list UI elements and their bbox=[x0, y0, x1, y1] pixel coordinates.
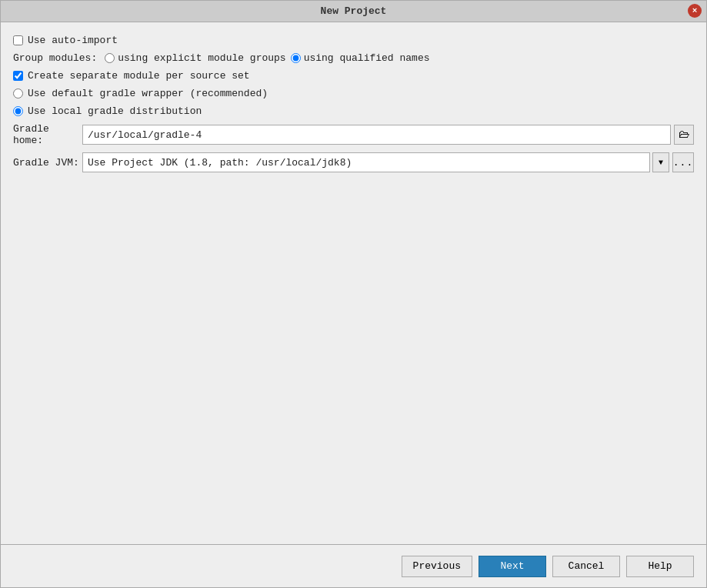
dots-icon: ... bbox=[673, 157, 693, 169]
dialog-title: New Project bbox=[321, 5, 387, 17]
cancel-button[interactable]: Cancel bbox=[552, 556, 620, 577]
local-distribution-radio[interactable] bbox=[13, 106, 23, 116]
title-bar: New Project × bbox=[1, 1, 706, 22]
gradle-home-input[interactable] bbox=[82, 125, 671, 145]
gradle-home-input-wrap: 🗁 bbox=[82, 125, 694, 145]
next-button[interactable]: Next bbox=[479, 556, 546, 577]
qualified-names-option: using qualified names bbox=[291, 52, 430, 64]
gradle-home-label: Gradle home: bbox=[13, 123, 82, 146]
separate-module-checkbox[interactable] bbox=[13, 71, 23, 81]
explicit-groups-label[interactable]: using explicit module groups bbox=[118, 52, 285, 64]
qualified-names-radio[interactable] bbox=[291, 53, 301, 63]
auto-import-row: Use auto-import bbox=[13, 35, 694, 46]
default-wrapper-row: Use default gradle wrapper (recommended) bbox=[13, 88, 694, 99]
auto-import-checkbox[interactable] bbox=[13, 35, 23, 45]
default-wrapper-label[interactable]: Use default gradle wrapper (recommended) bbox=[28, 88, 268, 99]
gradle-jvm-select[interactable]: Use Project JDK (1.8, path: /usr/local/j… bbox=[82, 152, 650, 172]
explicit-groups-option: using explicit module groups bbox=[105, 52, 285, 64]
bottom-bar: Previous Next Cancel Help bbox=[1, 544, 706, 587]
gradle-home-field-row: Gradle home: 🗁 bbox=[13, 123, 694, 146]
folder-icon: 🗁 bbox=[679, 129, 689, 141]
group-modules-label: Group modules: bbox=[13, 52, 97, 64]
group-modules-row: Group modules: using explicit module gro… bbox=[13, 52, 694, 64]
local-distribution-row: Use local gradle distribution bbox=[13, 105, 694, 117]
gradle-jvm-label: Gradle JVM: bbox=[13, 157, 82, 169]
gradle-jvm-dropdown-arrow[interactable]: ▼ bbox=[652, 152, 669, 172]
separate-module-row: Create separate module per source set bbox=[13, 70, 694, 82]
qualified-names-label[interactable]: using qualified names bbox=[304, 52, 430, 64]
separate-module-label[interactable]: Create separate module per source set bbox=[28, 70, 250, 82]
explicit-groups-radio[interactable] bbox=[105, 53, 115, 63]
close-button[interactable]: × bbox=[688, 4, 702, 18]
previous-button[interactable]: Previous bbox=[402, 556, 472, 577]
gradle-jvm-dropdown-wrap: Use Project JDK (1.8, path: /usr/local/j… bbox=[82, 152, 694, 172]
local-distribution-label[interactable]: Use local gradle distribution bbox=[28, 105, 202, 117]
gradle-jvm-more-button[interactable]: ... bbox=[672, 152, 694, 172]
content-area: Use auto-import Group modules: using exp… bbox=[1, 22, 706, 544]
dialog-window: New Project × Use auto-import Group modu… bbox=[0, 0, 707, 588]
auto-import-label[interactable]: Use auto-import bbox=[28, 35, 118, 46]
help-button[interactable]: Help bbox=[626, 556, 694, 577]
gradle-jvm-field-row: Gradle JVM: Use Project JDK (1.8, path: … bbox=[13, 152, 694, 172]
default-wrapper-radio[interactable] bbox=[13, 89, 23, 99]
gradle-home-browse-button[interactable]: 🗁 bbox=[674, 125, 694, 145]
